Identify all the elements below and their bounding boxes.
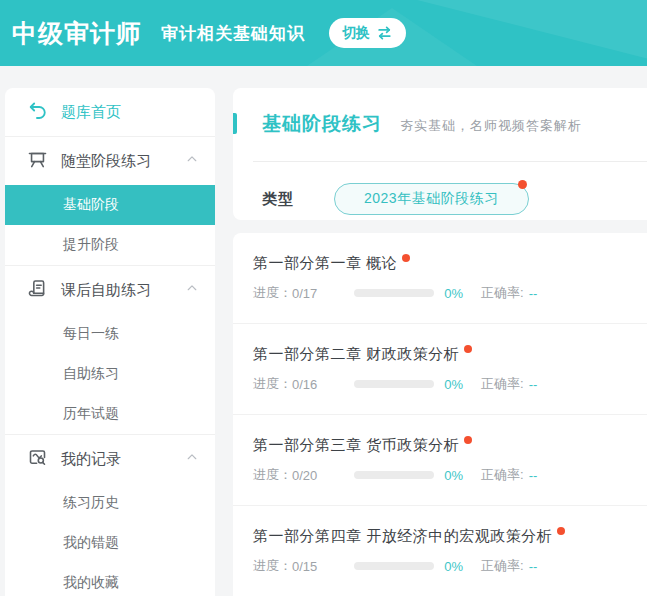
new-badge-dot [402,254,410,262]
accuracy-value: -- [529,559,538,574]
scroll-icon [27,278,48,303]
chapter-title: 第一部分第一章 概论 [253,254,397,272]
accuracy-value: -- [529,286,538,301]
chapter-list-card: 第一部分第一章 概论 进度：0/17 0% 正确率:-- 第一部分第二章 财政政… [233,233,647,596]
chapter-row[interactable]: 第一部分第三章 货币政策分析 进度：0/20 0% 正确率:-- [233,415,647,506]
accuracy-label: 正确率: [481,557,524,575]
chapter-stats: 进度：0/16 0% 正确率:-- [253,376,627,392]
sidebar-section-my-records[interactable]: 我的记录 [5,435,215,483]
progress-value: 0/16 [292,377,317,392]
swap-arrows-icon [376,25,393,41]
chapter-title: 第一部分第二章 财政政策分析 [253,345,459,363]
sidebar-item-basic-stage[interactable]: 基础阶段 [5,185,215,225]
progress-percent: 0% [444,468,463,483]
app-header: 中级审计师 审计相关基础知识 切换 [0,0,647,66]
practice-header-card: 基础阶段练习 夯实基础，名师视频答案解析 类型 2023年基础阶段练习 [233,88,647,220]
switch-course-button[interactable]: 切换 [329,18,406,48]
sidebar-item-question-bank-home[interactable]: 题库首页 [5,88,215,136]
progress-bar [354,562,434,570]
chapter-title: 第一部分第四章 开放经济中的宏观政策分析 [253,527,552,545]
sidebar-item-my-mistakes[interactable]: 我的错题 [5,523,215,563]
sidebar-item-practice-history[interactable]: 练习历史 [5,483,215,523]
chevron-up-icon[interactable] [185,152,199,170]
chapter-row[interactable]: 第一部分第二章 财政政策分析 进度：0/16 0% 正确率:-- [233,324,647,415]
sidebar-item-past-exams[interactable]: 历年试题 [5,394,215,434]
sidebar-section-label: 课后自助练习 [61,281,185,300]
sidebar-item-my-favorites[interactable]: 我的收藏 [5,563,215,596]
accuracy-value: -- [529,468,538,483]
sidebar-section-stage-practice[interactable]: 随堂阶段练习 [5,137,215,185]
sidebar-item-self-practice[interactable]: 自助练习 [5,354,215,394]
progress-label: 进度： [253,557,292,575]
progress-bar [354,289,434,297]
progress-label: 进度： [253,284,292,302]
chapter-stats: 进度：0/15 0% 正确率:-- [253,558,627,574]
progress-label: 进度： [253,466,292,484]
chevron-up-icon[interactable] [185,450,199,468]
new-badge-dot [518,180,527,189]
main-content: 基础阶段练习 夯实基础，名师视频答案解析 类型 2023年基础阶段练习 第一部分… [233,88,647,596]
undo-arrow-icon [27,100,48,125]
progress-label: 进度： [253,375,292,393]
chapter-row[interactable]: 第一部分第一章 概论 进度：0/17 0% 正确率:-- [233,233,647,324]
accuracy-label: 正确率: [481,284,524,302]
chapter-title: 第一部分第三章 货币政策分析 [253,436,459,454]
accent-bar [233,113,237,134]
new-badge-dot [557,527,565,535]
progress-bar [354,471,434,479]
new-badge-dot [464,436,472,444]
app-title: 中级审计师 [12,17,142,50]
page-title: 基础阶段练习 [262,111,382,137]
type-filter-row: 类型 2023年基础阶段练习 [233,162,647,215]
sidebar-section-self-practice[interactable]: 课后自助练习 [5,266,215,314]
sidebar-section-label: 我的记录 [61,450,185,469]
type-option-2023-basic[interactable]: 2023年基础阶段练习 [334,183,529,215]
sidebar-item-advanced-stage[interactable]: 提升阶段 [5,225,215,265]
accuracy-value: -- [529,377,538,392]
sidebar-section-label: 随堂阶段练习 [61,152,185,171]
new-badge-dot [464,345,472,353]
sidebar-item-label: 题库首页 [61,103,121,122]
accuracy-label: 正确率: [481,375,524,393]
accuracy-label: 正确率: [481,466,524,484]
section-title-row: 基础阶段练习 夯实基础，名师视频答案解析 [233,88,647,137]
progress-percent: 0% [444,377,463,392]
progress-percent: 0% [444,286,463,301]
page-subtitle: 夯实基础，名师视频答案解析 [400,117,582,135]
course-subtitle: 审计相关基础知识 [161,22,305,45]
progress-value: 0/17 [292,286,317,301]
progress-bar [354,380,434,388]
progress-value: 0/15 [292,559,317,574]
sidebar: 题库首页 随堂阶段练习 基础阶段 提升阶段 [5,88,215,596]
progress-value: 0/20 [292,468,317,483]
chapter-stats: 进度：0/20 0% 正确率:-- [253,467,627,483]
page-body: 题库首页 随堂阶段练习 基础阶段 提升阶段 [0,66,647,596]
chevron-up-icon[interactable] [185,281,199,299]
progress-percent: 0% [444,559,463,574]
easel-board-icon [27,149,48,174]
chapter-row[interactable]: 第一部分第四章 开放经济中的宏观政策分析 进度：0/15 0% 正确率:-- [233,506,647,596]
chapter-stats: 进度：0/17 0% 正确率:-- [253,285,627,301]
records-search-icon [27,447,48,472]
type-filter-label: 类型 [262,190,294,209]
type-option-label: 2023年基础阶段练习 [364,190,499,208]
switch-button-label: 切换 [342,24,370,42]
sidebar-item-daily-practice[interactable]: 每日一练 [5,314,215,354]
